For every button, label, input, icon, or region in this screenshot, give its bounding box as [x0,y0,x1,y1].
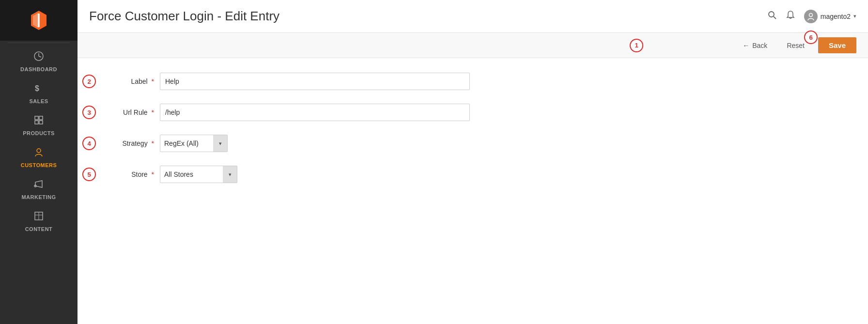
svg-rect-5 [35,116,38,120]
sidebar-logo [0,0,78,41]
store-field-label: Store * [107,170,160,178]
badge-4: 4 [82,137,96,150]
url-rule-required-star: * [152,108,154,116]
svg-rect-8 [39,121,43,124]
badge-2: 2 [82,75,96,88]
top-header: Force Customer Login - Edit Entry magent… [78,0,868,33]
form-row-label: 2 Label * [107,73,839,90]
sidebar-item-dashboard-label: DASHBOARD [20,66,57,72]
main-content: Force Customer Login - Edit Entry magent… [78,0,868,324]
svg-rect-6 [39,116,43,120]
magento-logo-icon [27,9,50,32]
label-required-star: * [152,77,154,85]
back-label: Back [752,42,767,49]
sidebar-item-products[interactable]: PRODUCTS [0,109,78,141]
marketing-icon [33,179,44,192]
store-select-wrapper: All Stores Main Website Default Store Vi… [160,166,237,183]
page-title: Force Customer Login - Edit Entry [89,9,767,24]
avatar [804,10,818,23]
sidebar-item-products-label: PRODUCTS [23,130,55,136]
svg-point-14 [769,12,774,17]
badge-3: 3 [82,106,96,119]
user-info[interactable]: magento2 ▾ [804,10,856,23]
svg-rect-7 [35,121,38,124]
strategy-field-label: Strategy * [107,139,160,147]
header-actions: magento2 ▾ [767,10,856,23]
strategy-select-wrapper: RegEx (All) RegEx (Any) Simple (All) Sim… [160,135,228,152]
sidebar-item-customers-label: CUSTOMERS [21,162,57,168]
search-icon[interactable] [767,10,777,22]
customers-icon [33,147,44,160]
store-required-star: * [152,170,154,178]
action-bar: 1 ← Back Reset 6 Save [78,33,868,58]
label-field-label: Label * [107,77,160,85]
content-icon [33,211,44,224]
sidebar-item-sales-label: SALES [29,98,48,104]
sidebar: DASHBOARD $ SALES PRODUCTS CUSTOMERS MAR… [0,0,78,324]
svg-point-9 [37,149,41,153]
sidebar-item-dashboard[interactable]: DASHBOARD [0,45,78,77]
back-button[interactable]: ← Back [737,39,773,52]
form-row-url-rule: 3 Url Rule * [107,104,839,121]
sidebar-item-content[interactable]: CONTENT [0,205,78,237]
label-input[interactable] [160,73,470,90]
sidebar-item-content-label: CONTENT [25,226,53,232]
url-rule-input[interactable] [160,104,470,121]
badge-6: 6 [804,31,818,44]
products-icon [33,115,44,128]
url-rule-field-label: Url Rule * [107,108,160,116]
notifications-icon[interactable] [786,10,795,22]
store-select[interactable]: All Stores Main Website Default Store Vi… [160,166,237,183]
badge-1: 1 [630,39,643,52]
form-row-strategy: 4 Strategy * RegEx (All) RegEx (Any) Sim… [107,135,839,152]
sidebar-item-marketing[interactable]: MARKETING [0,173,78,205]
chevron-down-icon: ▾ [853,13,856,19]
dashboard-icon [33,51,44,64]
svg-text:$: $ [35,84,39,93]
svg-line-15 [774,16,776,19]
strategy-required-star: * [152,139,154,147]
sidebar-divider [8,43,70,43]
form-area: 2 Label * 3 Url Rule * 4 Strategy * RegE… [78,58,868,324]
save-button[interactable]: Save [818,37,856,53]
sidebar-item-sales[interactable]: $ SALES [0,77,78,109]
sidebar-item-customers[interactable]: CUSTOMERS [0,141,78,173]
username-label: magento2 [821,13,851,20]
save-button-wrapper: 6 Save [818,37,856,53]
form-row-store: 5 Store * All Stores Main Website Defaul… [107,166,839,183]
strategy-select[interactable]: RegEx (All) RegEx (Any) Simple (All) Sim… [160,135,228,152]
back-arrow-icon: ← [743,42,749,49]
sales-icon: $ [33,83,44,96]
badge-5: 5 [82,168,96,181]
sidebar-item-marketing-label: MARKETING [21,194,56,200]
svg-point-16 [809,13,812,16]
svg-rect-2 [38,14,40,27]
